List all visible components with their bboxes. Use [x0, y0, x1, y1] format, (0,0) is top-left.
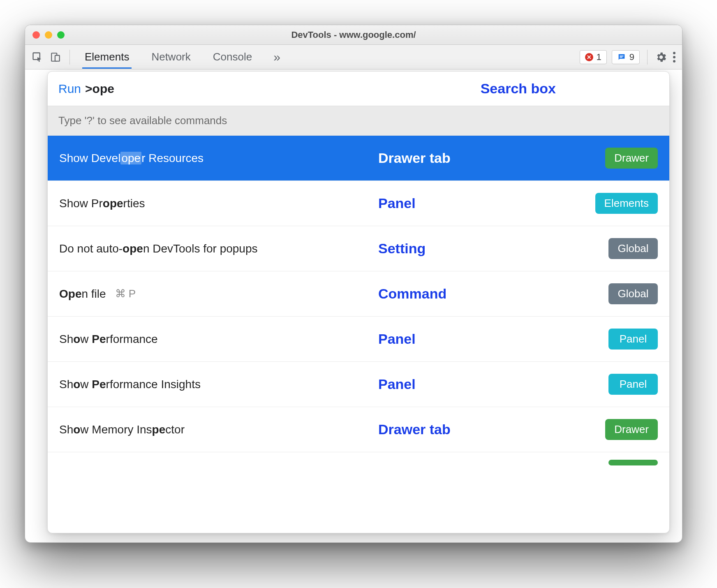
toolbar-right: ✕ 1 9 — [580, 50, 677, 65]
command-menu: Run >ope Search box Type '?' to see avai… — [47, 71, 670, 533]
tab-elements[interactable]: Elements — [85, 46, 129, 68]
command-result-chip: Panel — [608, 329, 658, 350]
command-result-chip: Panel — [608, 374, 658, 395]
search-annotation: Search box — [481, 81, 556, 97]
close-window-button[interactable] — [32, 31, 40, 39]
more-options-icon[interactable] — [672, 51, 676, 63]
error-icon: ✕ — [585, 53, 593, 61]
inspect-element-icon[interactable] — [31, 51, 44, 64]
command-result[interactable]: Show PerformancePanelPanel — [48, 317, 669, 362]
tab-console[interactable]: Console — [213, 46, 252, 68]
command-result-chip: Global — [608, 238, 658, 259]
messages-badge[interactable]: 9 — [612, 50, 640, 64]
svg-point-6 — [673, 56, 675, 58]
toolbar-separator — [69, 50, 70, 65]
titlebar: DevTools - www.google.com/ — [25, 25, 682, 45]
window-title: DevTools - www.google.com/ — [25, 30, 682, 40]
run-label: Run — [58, 82, 81, 96]
command-result-chip — [608, 460, 658, 465]
minimize-window-button[interactable] — [45, 31, 52, 39]
errors-badge[interactable]: ✕ 1 — [580, 50, 607, 64]
command-result-label: Open file⌘ P — [59, 287, 378, 301]
command-result[interactable]: Open file⌘ PCommandGlobal — [48, 271, 669, 317]
command-result-partial[interactable] — [48, 452, 669, 473]
devtools-window: DevTools - www.google.com/ Elements Netw… — [25, 25, 682, 543]
command-result-category: Drawer tab — [378, 150, 567, 166]
errors-count: 1 — [597, 52, 601, 63]
command-result-category: Panel — [378, 376, 567, 392]
settings-gear-icon[interactable] — [655, 51, 667, 63]
command-result-category: Panel — [378, 195, 567, 211]
toggle-device-toolbar-icon[interactable] — [49, 51, 62, 64]
svg-rect-4 — [620, 57, 622, 58]
command-result-chip: Global — [608, 283, 658, 304]
command-result[interactable]: Show PropertiesPanelElements — [48, 181, 669, 226]
more-tabs-icon[interactable]: » — [273, 50, 280, 64]
command-result-category: Setting — [378, 241, 567, 257]
command-result-chip: Drawer — [605, 148, 658, 169]
messages-count: 9 — [629, 52, 634, 63]
command-result-chip: Drawer — [605, 419, 658, 440]
command-menu-search-row[interactable]: Run >ope Search box — [48, 72, 669, 106]
svg-point-7 — [673, 60, 675, 63]
command-menu-hint: Type '?' to see available commands — [48, 106, 669, 136]
keyboard-shortcut: ⌘ P — [115, 287, 136, 300]
devtools-toolbar: Elements Network Console » ✕ 1 9 — [25, 45, 682, 69]
command-result-label: Show Properties — [59, 197, 378, 210]
svg-rect-3 — [620, 56, 623, 56]
command-result-category: Command — [378, 286, 567, 302]
zoom-window-button[interactable] — [57, 31, 65, 39]
command-result[interactable]: Show Performance InsightsPanelPanel — [48, 362, 669, 407]
svg-rect-2 — [55, 55, 60, 61]
search-input[interactable]: >ope — [85, 82, 114, 96]
command-result-label: Do not auto-open DevTools for popups — [59, 242, 378, 255]
message-icon — [617, 53, 626, 62]
command-menu-results: Show Developer ResourcesDrawer tabDrawer… — [48, 136, 669, 533]
window-controls — [25, 31, 65, 39]
command-result-category: Drawer tab — [378, 421, 567, 438]
command-result-label: Show Memory Inspector — [59, 423, 378, 436]
toolbar-separator — [647, 50, 648, 65]
panel-tabs: Elements Network Console — [85, 46, 252, 68]
tab-network[interactable]: Network — [151, 46, 190, 68]
command-result-label: Show Performance Insights — [59, 378, 378, 391]
command-result-label: Show Developer Resources — [59, 152, 378, 165]
svg-point-5 — [673, 52, 675, 54]
command-result-category: Panel — [378, 331, 567, 347]
command-result-chip: Elements — [595, 193, 658, 214]
command-result[interactable]: Show Developer ResourcesDrawer tabDrawer — [48, 136, 669, 181]
command-result[interactable]: Show Memory InspectorDrawer tabDrawer — [48, 407, 669, 452]
command-result[interactable]: Do not auto-open DevTools for popupsSett… — [48, 226, 669, 271]
command-result-label: Show Performance — [59, 333, 378, 346]
